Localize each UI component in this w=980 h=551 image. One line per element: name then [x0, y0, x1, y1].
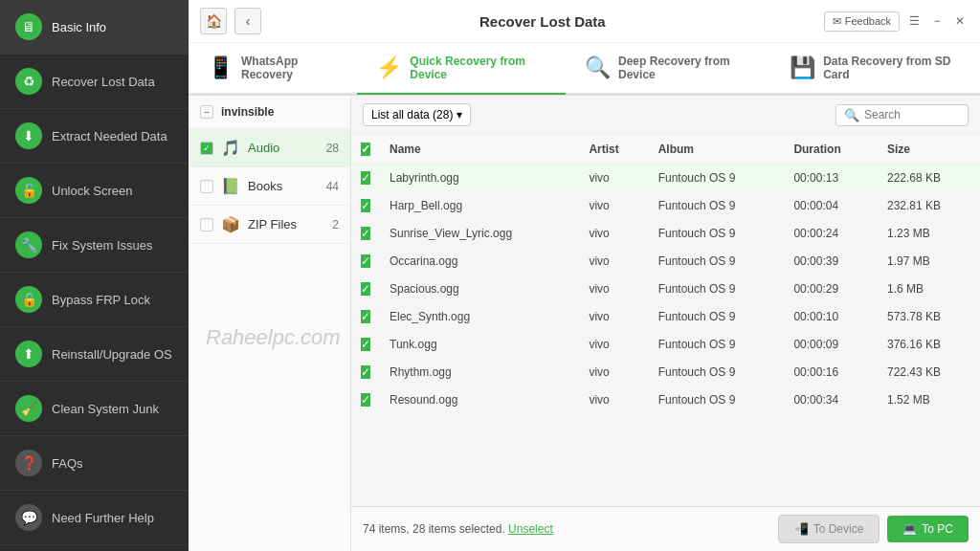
col-size: Size: [878, 135, 980, 165]
table-row: ✓ Spacious.ogg vivo Funtouch OS 9 00:00:…: [351, 276, 980, 303]
row-checkbox-cell[interactable]: ✓: [351, 303, 380, 331]
audio-checkbox[interactable]: ✓: [200, 142, 213, 155]
sidebar-item-faqs[interactable]: ❓ FAQs: [0, 436, 189, 491]
sidebar-item-bypass-frp-lock[interactable]: 🔒 Bypass FRP Lock: [0, 273, 189, 327]
close-button[interactable]: ✕: [951, 12, 969, 30]
sidebar-item-reinstall-upgrade-os[interactable]: ⬆ Reinstall/Upgrade OS: [0, 327, 189, 382]
row-artist: vivo: [579, 220, 648, 248]
row-duration: 00:00:09: [784, 331, 878, 359]
zip-count: 2: [332, 218, 339, 231]
row-album: Funtouch OS 9: [649, 303, 785, 331]
col-artist: Artist: [579, 135, 648, 165]
search-input[interactable]: [864, 108, 960, 121]
tab-deep-recovery[interactable]: 🔍 Deep Recovery from Device: [566, 43, 770, 95]
sidebar-item-fix-system-issues[interactable]: 🔧 Fix System Issues: [0, 218, 189, 273]
header-select-all[interactable]: ✓: [351, 135, 380, 165]
row-checkbox-cell[interactable]: ✓: [351, 220, 380, 248]
row-artist: vivo: [579, 192, 648, 220]
search-box: 🔍: [835, 104, 969, 126]
col-name: Name: [380, 135, 579, 165]
row-size: 222.68 KB: [878, 165, 980, 192]
audio-count: 28: [326, 142, 339, 155]
to-device-button[interactable]: 📲 To Device: [778, 515, 880, 543]
data-table: ✓ Name Artist Album Duration Size ✓: [351, 135, 980, 506]
frp-icon: 🔒: [15, 286, 42, 313]
books-checkbox[interactable]: [200, 180, 213, 193]
sidebar-item-label: Fix System Issues: [52, 238, 152, 253]
books-icon: 📗: [221, 177, 240, 195]
row-checkbox-cell[interactable]: ✓: [351, 386, 380, 414]
sidebar-item-need-further-help[interactable]: 💬 Need Further Help: [0, 491, 189, 545]
table-row: ✓ Harp_Bell.ogg vivo Funtouch OS 9 00:00…: [351, 192, 980, 220]
row-duration: 00:00:29: [784, 276, 878, 303]
extract-icon: ⬇: [15, 122, 42, 149]
file-category-zip[interactable]: 📦 ZIP Files 2: [189, 206, 350, 244]
sidebar-item-recover-lost-data[interactable]: ♻ Recover Lost Data: [0, 55, 189, 109]
row-checkbox-cell[interactable]: ✓: [351, 165, 380, 192]
fix-icon: 🔧: [15, 231, 42, 258]
row-checkbox-cell[interactable]: ✓: [351, 276, 380, 303]
row-size: 1.23 MB: [878, 220, 980, 248]
row-artist: vivo: [579, 165, 648, 192]
sidebar-item-extract-needed-data[interactable]: ⬇ Extract Needed Data: [0, 109, 189, 164]
row-checkbox-cell[interactable]: ✓: [351, 248, 380, 276]
row-checkbox-cell[interactable]: ✓: [351, 331, 380, 359]
back-button[interactable]: ‹: [234, 8, 261, 34]
table-header-row: ✓ Name Artist Album Duration Size: [351, 135, 980, 165]
row-size: 232.81 KB: [878, 192, 980, 220]
row-artist: vivo: [579, 248, 648, 276]
sidebar-item-clean-system-junk[interactable]: 🧹 Clean System Junk: [0, 382, 189, 436]
row-checkbox-cell[interactable]: ✓: [351, 192, 380, 220]
row-size: 1.52 MB: [878, 386, 980, 414]
file-category-books[interactable]: 📗 Books 44: [189, 167, 350, 206]
feedback-button[interactable]: ✉ Feedback: [824, 11, 900, 32]
row-artist: vivo: [579, 331, 648, 359]
data-toolbar: List all data (28) ▾ 🔍: [351, 96, 980, 135]
list-all-button[interactable]: List all data (28) ▾: [363, 103, 471, 126]
row-album: Funtouch OS 9: [649, 331, 785, 359]
sidebar-item-basic-info[interactable]: 🖥 Basic Info: [0, 0, 189, 55]
menu-button[interactable]: ☰: [905, 12, 923, 30]
row-name: Elec_Synth.ogg: [380, 303, 579, 331]
col-album: Album: [649, 135, 785, 165]
table-row: ✓ Tunk.ogg vivo Funtouch OS 9 00:00:09 3…: [351, 331, 980, 359]
header-checkbox[interactable]: −: [200, 105, 213, 119]
table-row: ✓ Labyrinth.ogg vivo Funtouch OS 9 00:00…: [351, 165, 980, 192]
row-duration: 00:00:39: [784, 248, 878, 276]
tab-sd-card-recovery[interactable]: 💾 Data Recovery from SD Card: [770, 43, 980, 95]
to-pc-button[interactable]: 💻 To PC: [887, 516, 969, 542]
audio-icon: 🎵: [221, 139, 240, 157]
sidebar-item-label: Unlock Screen: [52, 184, 133, 198]
row-album: Funtouch OS 9: [649, 386, 785, 414]
zip-checkbox[interactable]: [200, 218, 213, 231]
row-size: 722.43 KB: [878, 359, 980, 386]
sidebar-item-label: FAQs: [52, 456, 83, 471]
sidebar-item-label: Need Further Help: [52, 511, 154, 525]
unselect-link[interactable]: Unselect: [508, 522, 553, 536]
row-artist: vivo: [579, 386, 648, 414]
sidebar-item-label: Recover Lost Data: [52, 75, 155, 89]
sidebar-item-unlock-screen[interactable]: 🔓 Unlock Screen: [0, 164, 189, 218]
row-checkbox-cell[interactable]: ✓: [351, 359, 380, 386]
minimize-button[interactable]: −: [928, 12, 946, 30]
file-category-header: − invinsible: [189, 96, 350, 129]
row-name: Sunrise_View_Lyric.ogg: [380, 220, 579, 248]
zip-label: ZIP Files: [248, 217, 297, 231]
row-duration: 00:00:24: [784, 220, 878, 248]
row-size: 573.78 KB: [878, 303, 980, 331]
row-name: Occarina.ogg: [380, 248, 579, 276]
row-name: Harp_Bell.ogg: [380, 192, 579, 220]
deep-recovery-icon: 🔍: [585, 55, 611, 80]
window-controls: ✉ Feedback ☰ − ✕: [824, 11, 969, 32]
home-button[interactable]: 🏠: [200, 8, 227, 34]
window-chrome: 🏠 ‹ Recover Lost Data ✉ Feedback ☰ − ✕ 📱: [189, 0, 980, 96]
to-device-icon: 📲: [794, 522, 809, 536]
tab-quick-recovery[interactable]: ⚡ Quick Recovery from Device: [357, 43, 566, 95]
dropdown-arrow-icon: ▾: [457, 108, 462, 121]
row-duration: 00:00:04: [784, 192, 878, 220]
basic-info-icon: 🖥: [15, 13, 42, 40]
row-size: 1.97 MB: [878, 248, 980, 276]
sidebar-item-label: Bypass FRP Lock: [52, 293, 150, 307]
file-category-audio[interactable]: ✓ 🎵 Audio 28: [189, 129, 350, 167]
tab-whatsapp-recovery[interactable]: 📱 WhatsApp Recovery: [189, 43, 357, 95]
